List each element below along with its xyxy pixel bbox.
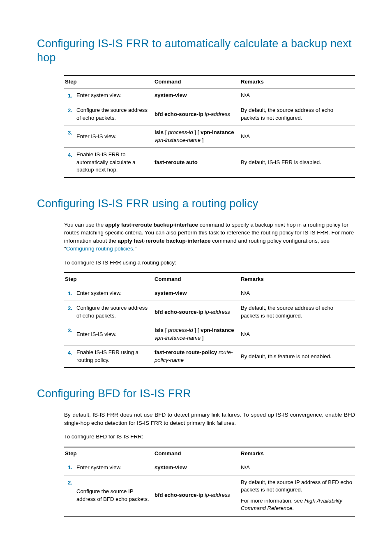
step-command: fast-reroute auto [154,148,240,178]
step-number: 4. [64,148,76,178]
intro-paragraph: By default, IS-IS FRR does not use BFD t… [64,411,355,427]
step-remarks: By default, IS-IS FRR is disabled. [240,148,355,178]
step-remarks: N/A [240,323,355,345]
table-row: 4. Enable IS-IS FRR using a routing poli… [64,345,355,368]
step-number: 2. [64,301,76,323]
step-remarks: N/A [240,286,355,301]
section-title: Configuring IS-IS FRR using a routing po… [37,197,355,211]
table-header-row: Step Command Remarks [64,447,355,460]
step-number: 1. [64,88,76,103]
col-remarks: Remarks [240,273,355,286]
step-description: Configure the source address of echo pac… [76,103,154,125]
col-command: Command [154,447,240,460]
lead-in-text: To configure IS-IS FRR using a routing p… [64,259,355,267]
step-command: bfd echo-source-ip ip-address [154,475,240,516]
steps-table-3: Step Command Remarks 1. Enter system vie… [64,447,355,517]
steps-table-1: Step Command Remarks 1. Enter system vie… [64,75,355,178]
step-description: Configure the source address of echo pac… [76,301,154,323]
step-remarks: By default, this feature is not enabled. [240,345,355,368]
step-remarks: By default, the source address of echo p… [240,103,355,125]
step-remarks: N/A [240,460,355,475]
col-step: Step [64,447,154,460]
step-remarks: By default, the source IP address of BFD… [240,475,355,516]
col-command: Command [154,75,240,88]
step-description: Enter IS-IS view. [76,323,154,345]
table-row: 4. Enable IS-IS FRR to automatically cal… [64,148,355,178]
table-row: 2. Configure the source address of echo … [64,103,355,125]
step-command: system-view [154,460,240,475]
step-command: system-view [154,88,240,103]
table-row: 1. Enter system view. system-view N/A [64,88,355,103]
step-number: 2. [64,475,76,516]
section-auto-backup: Configuring IS-IS FRR to automatically c… [37,37,355,178]
step-description: Enter system view. [76,286,154,301]
section-title: Configuring BFD for IS-IS FRR [37,387,355,401]
section-title: Configuring IS-IS FRR to automatically c… [37,37,355,65]
table-row: 1. Enter system view. system-view N/A [64,286,355,301]
step-command: bfd echo-source-ip ip-address [154,103,240,125]
intro-paragraph: You can use the apply fast-reroute backu… [64,221,355,253]
step-description: Enter IS-IS view. [76,125,154,148]
step-number: 1. [64,460,76,475]
step-number: 1. [64,286,76,301]
step-remarks: By default, the source address of echo p… [240,301,355,323]
col-remarks: Remarks [240,447,355,460]
table-row: 3. Enter IS-IS view. isis [ process-id ]… [64,125,355,148]
table-header-row: Step Command Remarks [64,273,355,286]
step-number: 3. [64,323,76,345]
table-row: 1. Enter system view. system-view N/A [64,460,355,475]
step-description: Enter system view. [76,88,154,103]
col-command: Command [154,273,240,286]
table-row: 2. Configure the source address of echo … [64,301,355,323]
col-remarks: Remarks [240,75,355,88]
step-description: Enable IS-IS FRR using a routing policy. [76,345,154,368]
steps-table-2: Step Command Remarks 1. Enter system vie… [64,272,355,368]
table-row: 2. Configure the source IP address of BF… [64,475,355,516]
step-number: 4. [64,345,76,368]
step-description: Configure the source IP address of BFD e… [76,475,154,516]
step-command: system-view [154,286,240,301]
col-step: Step [64,273,154,286]
col-step: Step [64,75,154,88]
section-bfd: Configuring BFD for IS-IS FRR By default… [37,387,355,516]
step-description: Enable IS-IS FRR to automatically calcul… [76,148,154,178]
lead-in-text: To configure BFD for IS-IS FRR: [64,433,355,441]
step-remarks: N/A [240,88,355,103]
step-command: fast-reroute route-policy route-policy-n… [154,345,240,368]
step-command: bfd echo-source-ip ip-address [154,301,240,323]
routing-policies-link[interactable]: Configuring routing policies [66,246,133,252]
step-description: Enter system view. [76,460,154,475]
table-row: 3. Enter IS-IS view. isis [ process-id ]… [64,323,355,345]
step-command: isis [ process-id ] [ vpn-instance vpn-i… [154,125,240,148]
step-number: 2. [64,103,76,125]
section-routing-policy: Configuring IS-IS FRR using a routing po… [37,197,355,368]
step-remarks: N/A [240,125,355,148]
step-command: isis [ process-id ] [ vpn-instance vpn-i… [154,323,240,345]
step-number: 3. [64,125,76,148]
table-header-row: Step Command Remarks [64,75,355,88]
